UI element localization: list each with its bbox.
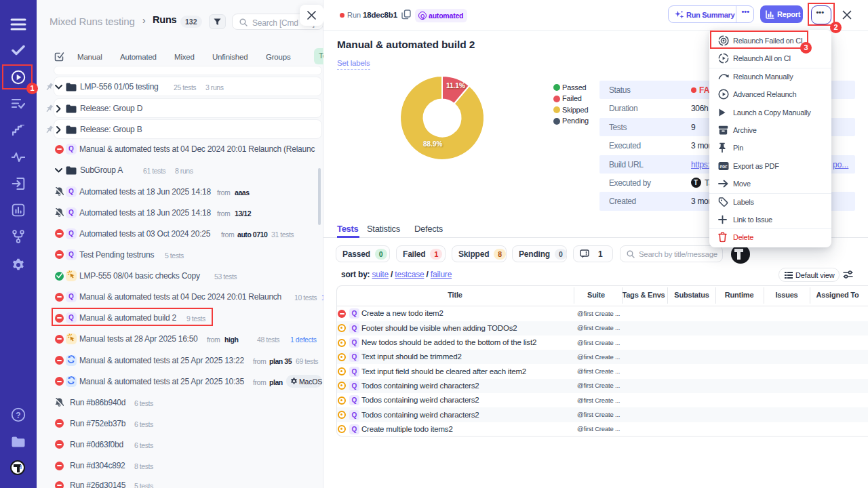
svg-text:PDF: PDF — [720, 165, 728, 169]
svg-text:?: ? — [16, 411, 20, 420]
